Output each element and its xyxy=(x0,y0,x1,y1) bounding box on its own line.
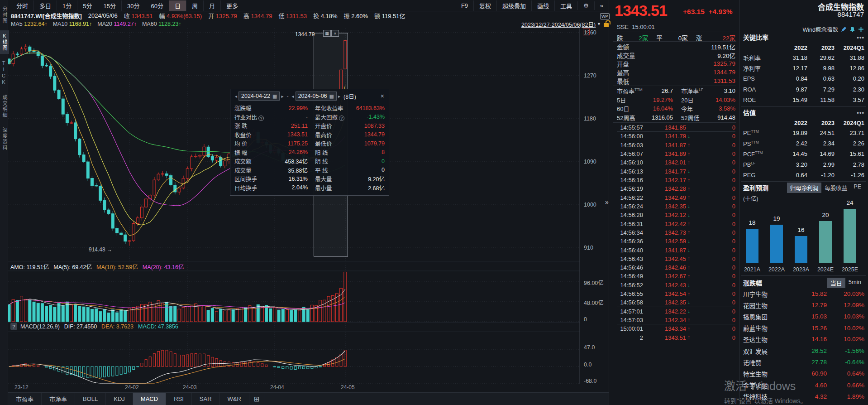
tape-row[interactable]: 14:56:401341.87↓0 xyxy=(617,246,735,254)
indicator-tab-KDJ[interactable]: KDJ xyxy=(106,393,133,405)
toolbar-item-画线[interactable]: 画线 xyxy=(531,0,554,11)
region-close-handle[interactable]: × xyxy=(331,30,339,37)
quote-dual-row: 市盈率TTM26.7市净率LF3.10 xyxy=(617,87,735,96)
scroll-up-icon[interactable]: ↑ xyxy=(583,29,590,35)
tape-row[interactable]: 14:56:551342.54↑0 xyxy=(617,289,735,298)
start-date-field[interactable]: 2024-04-22▦ xyxy=(238,92,280,101)
question-icon[interactable]: ? xyxy=(339,116,344,121)
tape-row[interactable]: 14:57:031342.34↑0 xyxy=(617,316,735,324)
tape-price: 1342.45 xyxy=(643,256,686,262)
next-date-icon[interactable]: ▸ xyxy=(337,94,342,99)
period-tab-1分[interactable]: 1分 xyxy=(57,0,77,11)
tape-row[interactable]: 14:56:521342.43↓0 xyxy=(617,281,735,289)
toolbar-item-F9[interactable]: F9 xyxy=(456,1,473,10)
tape-row[interactable]: 14:56:031341.87↑0 xyxy=(617,141,735,149)
pencil-icon[interactable] xyxy=(841,26,847,32)
time-and-sales[interactable]: 14:55:571341.85014:56:001341.79↓014:56:0… xyxy=(617,123,735,342)
collapse-panel-icon[interactable]: » xyxy=(605,198,609,206)
mover-row[interactable]: 播恩集团15.0310.03% xyxy=(743,311,864,322)
sidebar-item-成交明细[interactable]: 成交明细 xyxy=(0,92,9,121)
tape-row[interactable]: 14:56:341342.73↑0 xyxy=(617,228,735,237)
tape-row[interactable]: 14:56:071341.89↑0 xyxy=(617,149,735,158)
movers-tab-当日[interactable]: 当日 xyxy=(827,278,845,288)
indicator-tab-W&R[interactable]: W&R xyxy=(220,393,249,405)
tape-row[interactable]: 14:56:461342.46↑0 xyxy=(617,263,735,272)
indicator-tab-MACD[interactable]: MACD xyxy=(133,393,166,405)
date-range-control[interactable]: 2023/12/27-2024/05/06(82日) ▼ xyxy=(521,20,613,29)
tape-row[interactable]: 14:56:281342.12↓0 xyxy=(617,211,735,219)
tape-row[interactable]: 14:56:221342.49↑0 xyxy=(617,193,735,202)
tape-row[interactable]: 14:57:011342.22↓0 xyxy=(617,307,735,316)
tape-row[interactable]: 14:56:191342.28↑0 xyxy=(617,184,735,193)
end-date-field[interactable]: 2024-05-06▦ xyxy=(296,92,337,101)
chevron-down-icon[interactable]: ▼ xyxy=(597,22,601,26)
tape-row[interactable]: 14:56:581342.35↓0 xyxy=(617,298,735,307)
date-range-label[interactable]: 2023/12/27-2024/05/06(82日) xyxy=(521,20,596,29)
mover-row[interactable]: 蔚蓝生物15.2610.02% xyxy=(743,323,864,334)
sidebar-item-深度资料[interactable]: 深度资料 xyxy=(0,125,9,154)
sidebar-item-TICK[interactable]: TICK xyxy=(0,58,7,88)
bell-icon[interactable] xyxy=(849,26,855,32)
mover-row[interactable]: 华神科技4.321.89% xyxy=(743,391,864,402)
tape-row[interactable]: 14:56:241342.35↓0 xyxy=(617,202,735,211)
add-indicator-icon[interactable]: ⊞ xyxy=(249,393,265,405)
indicator-tab-BOLL[interactable]: BOLL xyxy=(75,393,106,405)
tape-row[interactable]: 15:00:011343.34↑0 xyxy=(617,324,735,333)
indicator-tab-SAR[interactable]: SAR xyxy=(192,393,220,405)
mover-row[interactable]: 金字火腿4.600.66% xyxy=(743,380,864,391)
toolbar-item-复权[interactable]: 复权 xyxy=(473,0,496,11)
kline-chart[interactable] xyxy=(8,28,580,384)
indicator-tab-市盈率[interactable]: 市盈率 xyxy=(8,393,42,405)
mover-row[interactable]: 圣达生物14.1610.02% xyxy=(743,334,864,345)
forecast-tab-PE[interactable]: PE xyxy=(850,183,864,193)
sidebar-item-K线图[interactable]: K线图 xyxy=(0,30,9,54)
tape-row[interactable]: 14:56:131341.77↓0 xyxy=(617,167,735,176)
unlock-icon[interactable] xyxy=(604,23,609,27)
period-tab-60分[interactable]: 60分 xyxy=(145,0,168,11)
tape-row[interactable]: 14:56:001341.79↓0 xyxy=(617,132,735,140)
movers-tab-5min[interactable]: 5min xyxy=(845,278,864,288)
question-icon[interactable]: ? xyxy=(258,116,264,121)
close-icon[interactable]: × xyxy=(379,92,386,100)
indicator-tab-市净率[interactable]: 市净率 xyxy=(42,393,75,405)
plus-icon[interactable] xyxy=(858,26,864,32)
mover-row[interactable]: 花园生物12.7912.09% xyxy=(743,299,864,311)
help-icon[interactable]: ? xyxy=(10,323,17,330)
mover-row[interactable]: 川宁生物15.8220.03% xyxy=(743,288,864,299)
period-tab-15分[interactable]: 15分 xyxy=(98,0,121,11)
period-tab-日[interactable]: 日 xyxy=(169,0,186,11)
period-tab-分时[interactable]: 分时 xyxy=(11,0,33,11)
period-tab-多日[interactable]: 多日 xyxy=(33,0,57,11)
period-tab-月[interactable]: 月 xyxy=(203,0,220,11)
tape-row[interactable]: 14:56:311342.42↑0 xyxy=(617,219,735,228)
tape-row[interactable]: 14:56:431342.45↑0 xyxy=(617,255,735,263)
prev-date-icon[interactable]: ◂ xyxy=(234,94,238,99)
toolbar-item-工具[interactable]: 工具 xyxy=(554,0,577,11)
mover-row[interactable]: 诺唯赞27.78-0.64% xyxy=(743,357,864,368)
mover-row[interactable]: 特宝生物60.900.64% xyxy=(743,368,864,379)
sidebar-item-分时图[interactable]: 分时图 xyxy=(0,4,9,27)
mover-row[interactable]: 双汇发展26.52-1.56% xyxy=(743,345,864,357)
key-ratios-menu-icon[interactable]: ••• xyxy=(857,34,864,41)
prev-date-icon[interactable]: ◂ xyxy=(291,94,296,99)
period-tab-30分[interactable]: 30分 xyxy=(121,0,145,11)
forecast-tab-归母净利润[interactable]: 归母净利润 xyxy=(787,183,822,193)
tape-row[interactable]: 14:55:571341.850 xyxy=(617,123,735,132)
forecast-tab-每股收益[interactable]: 每股收益 xyxy=(821,183,850,193)
period-tab-5分[interactable]: 5分 xyxy=(77,0,97,11)
valuation-menu-icon[interactable]: ••• xyxy=(857,109,864,116)
period-tab-更多[interactable]: 更多 xyxy=(220,0,243,11)
tape-row[interactable]: 14:56:101342.01↑0 xyxy=(617,158,735,167)
tape-row[interactable]: 21343.51↑0 xyxy=(617,333,735,342)
tape-row[interactable]: 14:56:161342.17↑0 xyxy=(617,176,735,184)
wp-icon[interactable]: WP xyxy=(600,13,610,19)
period-tab-周[interactable]: 周 xyxy=(186,0,203,11)
region-calendar-handle[interactable]: ▦ xyxy=(323,30,331,37)
tape-row[interactable]: 14:56:361342.59↓0 xyxy=(617,237,735,246)
more-tools-icon[interactable]: » xyxy=(594,1,609,10)
indicator-tab-RSI[interactable]: RSI xyxy=(166,393,192,405)
toolbar-item-超级叠加[interactable]: 超级叠加 xyxy=(496,0,531,11)
next-date-icon[interactable]: ▸ xyxy=(280,94,285,99)
settings-gear-icon[interactable]: ⚙ xyxy=(577,1,594,10)
tape-row[interactable]: 14:56:491342.67↑0 xyxy=(617,272,735,280)
